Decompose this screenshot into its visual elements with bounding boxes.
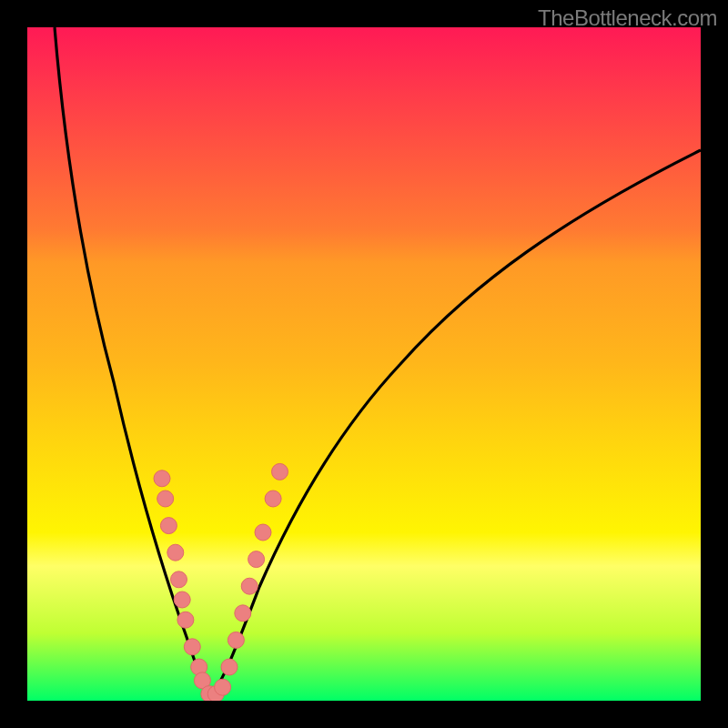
data-marker: [157, 490, 174, 507]
data-marker: [167, 544, 184, 561]
data-marker: [177, 612, 194, 628]
data-marker: [235, 605, 251, 622]
data-marker: [248, 551, 265, 568]
data-marker: [215, 679, 231, 695]
chart-container: TheBottleneck.com: [0, 0, 728, 728]
data-marker: [174, 592, 190, 608]
data-marker: [184, 639, 200, 655]
data-marker: [171, 571, 187, 588]
data-marker: [241, 578, 258, 594]
data-marker: [255, 524, 271, 541]
right-markers: [215, 463, 288, 695]
plot-area: [27, 27, 701, 701]
data-marker: [160, 518, 177, 534]
data-marker: [265, 490, 281, 507]
data-marker: [272, 463, 288, 480]
chart-svg: [27, 27, 701, 701]
data-marker: [221, 659, 238, 675]
data-marker: [154, 470, 170, 487]
right-curve: [209, 150, 701, 698]
left-markers: [154, 470, 224, 701]
data-marker: [228, 632, 244, 648]
watermark-text: TheBottleneck.com: [538, 5, 717, 31]
